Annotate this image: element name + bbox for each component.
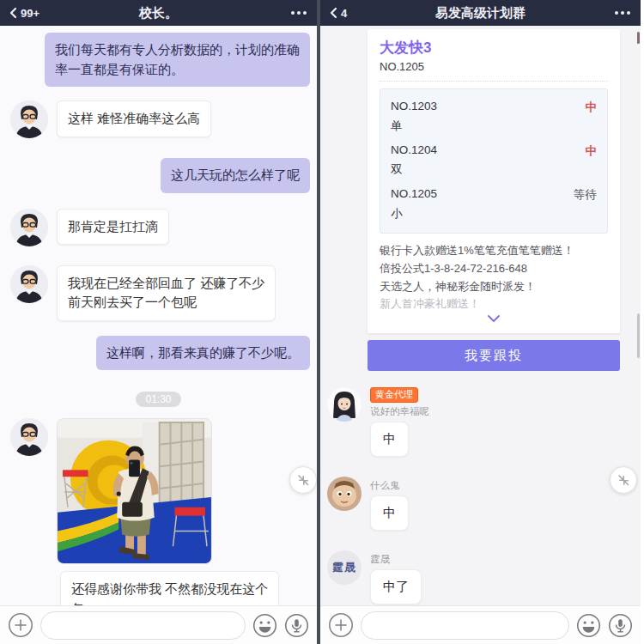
scrollbar-thumb[interactable] — [637, 313, 640, 358]
chevron-down-icon — [486, 314, 501, 323]
plan-row: NO.1204 双 中 — [391, 138, 597, 182]
group-bubble: 中 — [370, 495, 409, 531]
dual-chat-screenshot: 99+ 校长。 我们每天都有专人分析数据的，计划的准确 率一直都是有保证的。 这… — [0, 0, 644, 644]
received-bubble: 那肯定是扛扛滴 — [57, 209, 169, 246]
message-row: 这样 难怪准确率这么高 — [0, 100, 317, 138]
avatar[interactable] — [10, 209, 48, 246]
group-message-row: 黄金代理 说好的幸福呢 中 — [320, 380, 641, 459]
right-input-bar — [320, 605, 641, 644]
promo-line: 银行卡入款赠送1%笔笔充值笔笔赠送！ — [380, 242, 608, 260]
promo-line: 倍投公式1-3-8-24-72-216-648 — [380, 260, 608, 278]
avatar[interactable] — [10, 418, 48, 456]
message-row — [0, 418, 317, 564]
expand-toggle[interactable] — [380, 314, 608, 323]
group-message-list: 大发快3 NO.1205 NO.1203 单 中 NO.1204 双 中 — [320, 26, 641, 605]
member-name: 说好的幸福呢 — [370, 405, 429, 418]
sent-bubble: 我们每天都有专人分析数据的，计划的准确 率一直都是有保证的。 — [45, 33, 310, 87]
photo-message[interactable] — [57, 418, 212, 564]
group-message-row: 什么鬼 中 — [320, 469, 641, 532]
member-name: 霆晟 — [370, 553, 390, 566]
message-row: 我们每天都有专人分析数据的，计划的准确 率一直都是有保证的。 — [0, 33, 317, 87]
plan-history-box: NO.1203 单 中 NO.1204 双 中 NO.1205 小 等待 — [380, 88, 608, 234]
left-input-bar — [0, 605, 317, 644]
message-input[interactable] — [40, 611, 246, 640]
message-row: 这几天玩的怎么样了呢 — [0, 158, 317, 193]
right-header: 4 易发高级计划群 — [320, 0, 641, 26]
received-bubble: 还得感谢你带我 不然都没现在这个 包 — [60, 571, 279, 605]
message-row: 我现在已经全部回血了 还赚了不少 前天刚去买了一个包呢 — [0, 265, 317, 321]
lottery-plan-card[interactable]: 大发快3 NO.1205 NO.1203 单 中 NO.1204 双 中 — [368, 29, 620, 333]
left-header: 99+ 校长。 — [0, 0, 317, 26]
promo-line: 新人首冲豪礼赠送！ — [380, 295, 608, 313]
plan-row: NO.1203 单 中 — [391, 94, 597, 138]
avatar[interactable] — [327, 387, 361, 422]
unread-count: 4 — [341, 7, 347, 20]
plan-issue: NO.1203 — [391, 100, 437, 112]
plan-issue: NO.1205 — [391, 187, 437, 200]
plan-result: 中 — [586, 143, 598, 178]
unread-count: 99+ — [21, 7, 39, 20]
avatar[interactable]: 霆晟 — [327, 550, 361, 585]
avatar[interactable] — [10, 265, 48, 303]
lottery-name: 大发快3 — [380, 38, 608, 58]
current-issue: NO.1205 — [380, 60, 608, 73]
received-bubble: 这样 难怪准确率这么高 — [57, 100, 211, 137]
timestamp: 01:30 — [136, 392, 180, 407]
timestamp-row: 01:30 — [0, 392, 317, 407]
chat-title: 校长。 — [0, 5, 317, 21]
group-message-row: 霆晟 霆晟 中了 — [320, 543, 641, 605]
right-chat-panel: 4 易发高级计划群 大发快3 NO.1205 NO.1203 单 中 NO.12… — [320, 0, 641, 644]
promo-text: 银行卡入款赠送1%笔笔充值笔笔赠送！ 倍投公式1-3-8-24-72-216-6… — [380, 242, 608, 313]
emoji-icon[interactable] — [576, 613, 601, 638]
plus-icon[interactable] — [8, 612, 33, 638]
sent-bubble: 这几天玩的怎么样了呢 — [161, 158, 310, 193]
group-bubble: 中 — [370, 422, 409, 457]
collapse-button[interactable] — [610, 466, 637, 494]
group-title: 易发高级计划群 — [320, 5, 641, 21]
plan-result: 中 — [586, 100, 598, 134]
left-chat-panel: 99+ 校长。 我们每天都有专人分析数据的，计划的准确 率一直都是有保证的。 这… — [0, 0, 320, 644]
message-row: 还得感谢你带我 不然都没现在这个 包 — [53, 571, 317, 605]
promo-line: 天选之人，神秘彩金随时派发！ — [380, 278, 608, 296]
plan-pick: 单 — [391, 118, 437, 134]
group-bubble: 中了 — [370, 569, 422, 605]
plan-result: 等待 — [574, 187, 597, 222]
plan-row: NO.1205 小 等待 — [391, 182, 597, 226]
more-menu-icon[interactable] — [613, 7, 632, 19]
message-input[interactable] — [361, 611, 569, 640]
microphone-icon[interactable] — [284, 613, 309, 638]
sent-bubble: 这样啊，那看来真的赚了不少呢。 — [96, 336, 310, 371]
back-button[interactable]: 99+ — [9, 7, 39, 20]
plan-issue: NO.1204 — [391, 143, 437, 156]
plus-icon[interactable] — [328, 612, 354, 638]
back-button[interactable]: 4 — [329, 7, 347, 20]
avatar[interactable] — [327, 477, 361, 511]
avatar[interactable] — [10, 100, 48, 138]
plan-pick: 双 — [391, 162, 437, 178]
collapse-arrows-icon — [293, 470, 313, 490]
received-bubble: 我现在已经全部回血了 还赚了不少 前天刚去买了一个包呢 — [57, 265, 276, 321]
member-name: 什么鬼 — [370, 479, 400, 492]
scrollbar-thumb[interactable] — [637, 32, 640, 44]
collapse-button[interactable] — [289, 466, 317, 494]
message-row: 这样啊，那看来真的赚了不少呢。 — [0, 336, 317, 371]
divider — [380, 81, 608, 82]
more-menu-icon[interactable] — [289, 7, 308, 19]
role-badge: 黄金代理 — [370, 387, 418, 403]
microphone-icon[interactable] — [608, 613, 633, 638]
collapse-arrows-icon — [613, 470, 634, 490]
left-message-list: 我们每天都有专人分析数据的，计划的准确 率一直都是有保证的。 这样 难怪准确率这… — [0, 26, 317, 605]
message-row: 那肯定是扛扛滴 — [0, 209, 317, 246]
plan-pick: 小 — [391, 206, 437, 222]
chevron-left-icon — [329, 7, 338, 19]
emoji-icon[interactable] — [252, 613, 277, 638]
chevron-left-icon — [9, 7, 18, 19]
follow-bet-button[interactable]: 我要跟投 — [368, 340, 620, 371]
